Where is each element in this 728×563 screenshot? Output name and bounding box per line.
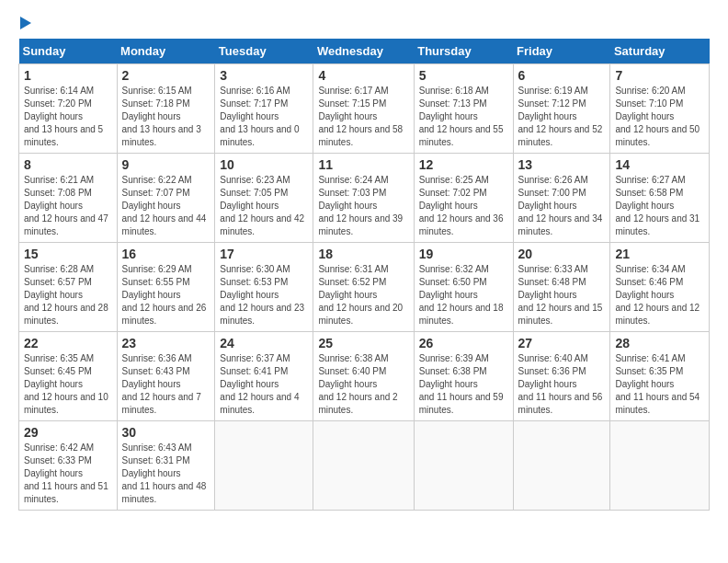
day-number: 7 <box>615 68 704 83</box>
calendar-cell: 20 Sunrise: 6:33 AMSunset: 6:48 PMDaylig… <box>513 243 610 332</box>
day-number: 16 <box>122 247 210 261</box>
day-number: 13 <box>518 157 606 172</box>
day-info: Sunrise: 6:42 AMSunset: 6:33 PMDaylight … <box>24 442 108 504</box>
day-info: Sunrise: 6:33 AMSunset: 6:48 PMDaylight … <box>518 264 603 326</box>
calendar-cell: 17 Sunrise: 6:30 AMSunset: 6:53 PMDaylig… <box>215 243 313 332</box>
day-info: Sunrise: 6:20 AMSunset: 7:10 PMDaylight … <box>615 86 700 147</box>
day-number: 26 <box>419 336 508 350</box>
day-number: 4 <box>318 68 408 83</box>
day-number: 3 <box>220 68 308 83</box>
day-info: Sunrise: 6:14 AMSunset: 7:20 PMDaylight … <box>24 86 103 147</box>
calendar-cell: 19 Sunrise: 6:32 AMSunset: 6:50 PMDaylig… <box>414 243 513 332</box>
day-number: 6 <box>518 68 606 83</box>
calendar-cell: 7 Sunrise: 6:20 AMSunset: 7:10 PMDayligh… <box>610 64 710 154</box>
calendar-cell: 11 Sunrise: 6:24 AMSunset: 7:03 PMDaylig… <box>313 154 414 243</box>
calendar-cell: 18 Sunrise: 6:31 AMSunset: 6:52 PMDaylig… <box>313 243 414 332</box>
calendar-cell: 3 Sunrise: 6:16 AMSunset: 7:17 PMDayligh… <box>215 64 313 154</box>
calendar-cell: 2 Sunrise: 6:15 AMSunset: 7:18 PMDayligh… <box>117 64 215 154</box>
calendar-cell: 23 Sunrise: 6:36 AMSunset: 6:43 PMDaylig… <box>117 332 215 421</box>
day-info: Sunrise: 6:18 AMSunset: 7:13 PMDaylight … <box>419 86 504 147</box>
header <box>18 18 710 29</box>
weekday-header: Sunday <box>19 39 118 64</box>
day-info: Sunrise: 6:21 AMSunset: 7:08 PMDaylight … <box>24 175 108 236</box>
weekday-header: Tuesday <box>215 39 313 64</box>
calendar-cell: 15 Sunrise: 6:28 AMSunset: 6:57 PMDaylig… <box>19 243 118 332</box>
day-info: Sunrise: 6:28 AMSunset: 6:57 PMDaylight … <box>24 264 108 326</box>
day-number: 9 <box>122 157 210 172</box>
calendar-cell <box>414 421 513 511</box>
day-info: Sunrise: 6:40 AMSunset: 6:36 PMDaylight … <box>518 353 603 415</box>
calendar-cell: 13 Sunrise: 6:26 AMSunset: 7:00 PMDaylig… <box>513 154 610 243</box>
calendar-row: 1 Sunrise: 6:14 AMSunset: 7:20 PMDayligh… <box>19 64 710 154</box>
calendar-cell: 12 Sunrise: 6:25 AMSunset: 7:02 PMDaylig… <box>414 154 513 243</box>
day-number: 15 <box>24 247 112 261</box>
day-info: Sunrise: 6:39 AMSunset: 6:38 PMDaylight … <box>419 353 504 415</box>
calendar-cell: 10 Sunrise: 6:23 AMSunset: 7:05 PMDaylig… <box>215 154 313 243</box>
calendar-cell <box>610 421 710 511</box>
calendar-cell: 6 Sunrise: 6:19 AMSunset: 7:12 PMDayligh… <box>513 64 610 154</box>
day-number: 28 <box>615 336 704 350</box>
calendar-cell: 5 Sunrise: 6:18 AMSunset: 7:13 PMDayligh… <box>414 64 513 154</box>
calendar-cell: 14 Sunrise: 6:27 AMSunset: 6:58 PMDaylig… <box>610 154 710 243</box>
day-info: Sunrise: 6:29 AMSunset: 6:55 PMDaylight … <box>122 264 207 326</box>
day-info: Sunrise: 6:24 AMSunset: 7:03 PMDaylight … <box>318 175 403 236</box>
day-number: 14 <box>615 157 704 172</box>
day-info: Sunrise: 6:22 AMSunset: 7:07 PMDaylight … <box>122 175 207 236</box>
weekday-header: Wednesday <box>313 39 414 64</box>
calendar-row: 8 Sunrise: 6:21 AMSunset: 7:08 PMDayligh… <box>19 154 710 243</box>
day-number: 25 <box>318 336 408 350</box>
day-info: Sunrise: 6:38 AMSunset: 6:40 PMDaylight … <box>318 353 397 415</box>
weekday-header-row: SundayMondayTuesdayWednesdayThursdayFrid… <box>19 39 710 64</box>
calendar-cell: 16 Sunrise: 6:29 AMSunset: 6:55 PMDaylig… <box>117 243 215 332</box>
day-info: Sunrise: 6:16 AMSunset: 7:17 PMDaylight … <box>220 86 299 147</box>
day-number: 22 <box>24 336 112 350</box>
day-number: 18 <box>318 247 408 261</box>
day-info: Sunrise: 6:19 AMSunset: 7:12 PMDaylight … <box>518 86 603 147</box>
day-number: 8 <box>24 157 112 172</box>
day-number: 11 <box>318 157 408 172</box>
calendar-cell <box>513 421 610 511</box>
day-info: Sunrise: 6:32 AMSunset: 6:50 PMDaylight … <box>419 264 504 326</box>
day-number: 21 <box>615 247 704 261</box>
calendar-row: 22 Sunrise: 6:35 AMSunset: 6:45 PMDaylig… <box>19 332 710 421</box>
day-info: Sunrise: 6:35 AMSunset: 6:45 PMDaylight … <box>24 353 108 415</box>
weekday-header: Friday <box>513 39 610 64</box>
calendar-cell: 8 Sunrise: 6:21 AMSunset: 7:08 PMDayligh… <box>19 154 118 243</box>
day-info: Sunrise: 6:43 AMSunset: 6:31 PMDaylight … <box>122 442 207 504</box>
day-info: Sunrise: 6:31 AMSunset: 6:52 PMDaylight … <box>318 264 403 326</box>
logo-arrow-icon <box>20 17 31 29</box>
day-number: 12 <box>419 157 508 172</box>
day-info: Sunrise: 6:17 AMSunset: 7:15 PMDaylight … <box>318 86 403 147</box>
calendar-row: 15 Sunrise: 6:28 AMSunset: 6:57 PMDaylig… <box>19 243 710 332</box>
calendar-cell: 21 Sunrise: 6:34 AMSunset: 6:46 PMDaylig… <box>610 243 710 332</box>
day-number: 30 <box>122 425 210 440</box>
calendar-cell <box>215 421 313 511</box>
day-number: 29 <box>24 425 112 440</box>
day-info: Sunrise: 6:15 AMSunset: 7:18 PMDaylight … <box>122 86 201 147</box>
day-info: Sunrise: 6:41 AMSunset: 6:35 PMDaylight … <box>615 353 700 415</box>
weekday-header: Saturday <box>610 39 710 64</box>
day-number: 27 <box>518 336 606 350</box>
day-number: 10 <box>220 157 308 172</box>
day-number: 20 <box>518 247 606 261</box>
calendar-table: SundayMondayTuesdayWednesdayThursdayFrid… <box>18 39 710 511</box>
calendar-cell: 28 Sunrise: 6:41 AMSunset: 6:35 PMDaylig… <box>610 332 710 421</box>
calendar-cell: 26 Sunrise: 6:39 AMSunset: 6:38 PMDaylig… <box>414 332 513 421</box>
day-info: Sunrise: 6:30 AMSunset: 6:53 PMDaylight … <box>220 264 304 326</box>
day-info: Sunrise: 6:25 AMSunset: 7:02 PMDaylight … <box>419 175 504 236</box>
calendar-cell: 1 Sunrise: 6:14 AMSunset: 7:20 PMDayligh… <box>19 64 118 154</box>
day-number: 2 <box>122 68 210 83</box>
calendar-cell: 29 Sunrise: 6:42 AMSunset: 6:33 PMDaylig… <box>19 421 118 511</box>
day-info: Sunrise: 6:26 AMSunset: 7:00 PMDaylight … <box>518 175 603 236</box>
day-info: Sunrise: 6:37 AMSunset: 6:41 PMDaylight … <box>220 353 299 415</box>
logo <box>18 18 31 29</box>
day-info: Sunrise: 6:34 AMSunset: 6:46 PMDaylight … <box>615 264 700 326</box>
day-number: 19 <box>419 247 508 261</box>
weekday-header: Thursday <box>414 39 513 64</box>
calendar-cell: 30 Sunrise: 6:43 AMSunset: 6:31 PMDaylig… <box>117 421 215 511</box>
day-info: Sunrise: 6:27 AMSunset: 6:58 PMDaylight … <box>615 175 700 236</box>
day-number: 5 <box>419 68 508 83</box>
calendar-row: 29 Sunrise: 6:42 AMSunset: 6:33 PMDaylig… <box>19 421 710 511</box>
calendar-cell: 24 Sunrise: 6:37 AMSunset: 6:41 PMDaylig… <box>215 332 313 421</box>
calendar-cell <box>313 421 414 511</box>
